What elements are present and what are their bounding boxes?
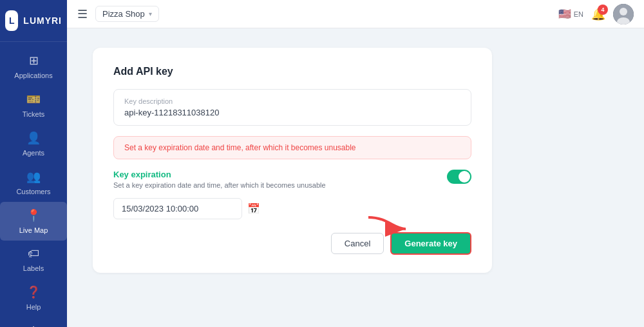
cancel-button[interactable]: Cancel: [331, 233, 384, 254]
sidebar-item-label: Applications: [14, 72, 52, 79]
sidebar-item-label: Labels: [23, 264, 44, 272]
expiry-info: Key expiration Set a key expiration date…: [113, 170, 326, 189]
logo-text: LUMYRI: [23, 15, 62, 26]
sidebar-item-label: Live Map: [19, 226, 48, 234]
sidebar-item-agents[interactable]: 👤 Agents: [0, 124, 67, 163]
flag-icon: 🇺🇸: [558, 8, 571, 20]
sidebar-logo: L LUMYRI: [0, 0, 67, 42]
store-name: Pizza Shop: [102, 9, 145, 19]
generate-key-button[interactable]: Generate key: [390, 232, 471, 255]
language-selector[interactable]: 🇺🇸 EN: [558, 8, 583, 20]
button-row: Cancel Generate key: [113, 232, 471, 255]
sidebar: L LUMYRI ⊞ Applications 🎫 Tickets 👤 Agen…: [0, 0, 67, 327]
expiry-desc: Set a key expiration date and time, afte…: [113, 181, 326, 189]
avatar[interactable]: [613, 4, 634, 25]
key-description-field[interactable]: Key description api-key-11218311038120: [113, 89, 471, 126]
sidebar-item-label: Tickets: [23, 110, 44, 118]
hamburger-icon[interactable]: ☰: [77, 7, 88, 21]
livemap-icon: 📍: [26, 208, 41, 223]
date-input[interactable]: [113, 198, 242, 219]
settings-icon: ⚙: [28, 324, 39, 327]
agents-icon: 👤: [26, 131, 41, 145]
sidebar-item-live-map[interactable]: 📍 Live Map: [0, 202, 67, 241]
key-description-label: Key description: [124, 97, 460, 105]
notification-badge: 4: [598, 5, 608, 15]
chevron-down-icon: ▾: [149, 10, 152, 17]
help-icon: ❓: [26, 285, 41, 299]
sidebar-item-label: Agents: [23, 149, 44, 157]
expiry-toggle[interactable]: [447, 170, 471, 184]
topbar: ☰ Pizza Shop ▾ 🇺🇸 EN 🔔 4: [67, 0, 644, 28]
tickets-icon: 🎫: [26, 92, 41, 106]
sidebar-item-help[interactable]: ❓ Help: [0, 279, 67, 317]
sidebar-item-applications[interactable]: ⊞ Applications: [0, 47, 67, 86]
sidebar-item-customers[interactable]: 👥 Customers: [0, 163, 67, 202]
lang-text: EN: [574, 10, 583, 18]
applications-icon: ⊞: [29, 54, 39, 68]
sidebar-item-tickets[interactable]: 🎫 Tickets: [0, 86, 67, 124]
key-description-value: api-key-11218311038120: [124, 108, 460, 117]
sidebar-item-label: Customers: [16, 188, 50, 195]
svg-point-1: [620, 8, 627, 15]
main-wrapper: ☰ Pizza Shop ▾ 🇺🇸 EN 🔔 4: [67, 0, 644, 327]
sidebar-item-labels[interactable]: 🏷 Labels: [0, 241, 67, 279]
sidebar-item-settings[interactable]: ⚙ Settings: [0, 317, 67, 327]
sidebar-item-label: Help: [26, 303, 41, 311]
warning-message: Set a key expiration date and time, afte…: [113, 136, 471, 159]
store-selector[interactable]: Pizza Shop ▾: [95, 6, 159, 22]
calendar-icon[interactable]: 📅: [247, 203, 260, 215]
add-api-key-card: Add API key Key description api-key-1121…: [93, 48, 492, 273]
date-row: 📅: [113, 198, 471, 219]
content-area: Add API key Key description api-key-1121…: [67, 28, 644, 327]
expiry-title: Key expiration: [113, 170, 326, 179]
customers-icon: 👥: [26, 170, 41, 184]
labels-icon: 🏷: [28, 247, 39, 261]
logo-icon: L: [5, 10, 18, 31]
card-title: Add API key: [113, 66, 471, 77]
topbar-right: 🇺🇸 EN 🔔 4: [558, 4, 634, 25]
expiry-section: Key expiration Set a key expiration date…: [113, 170, 471, 189]
notification-button[interactable]: 🔔 4: [591, 7, 605, 21]
toggle-knob: [459, 171, 470, 183]
